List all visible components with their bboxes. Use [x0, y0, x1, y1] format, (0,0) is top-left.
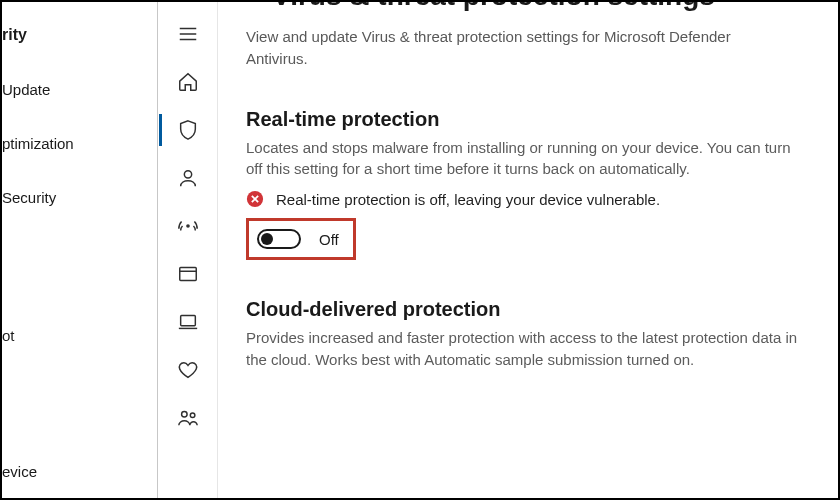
home-icon[interactable] [159, 58, 217, 106]
menu-icon[interactable] [159, 10, 217, 58]
sidebar-spacer [2, 56, 157, 68]
toggle-knob [261, 233, 273, 245]
page-subtitle: View and update Virus & threat protectio… [246, 26, 766, 70]
sidebar-spacer [2, 218, 157, 314]
svg-rect-3 [180, 316, 195, 326]
realtime-warning-row: Real-time protection is off, leaving you… [246, 190, 806, 208]
svg-rect-2 [179, 268, 196, 281]
sidebar-spacer [2, 110, 157, 122]
cloud-description: Provides increased and faster protection… [246, 327, 806, 371]
sidebar-item-optimization[interactable]: ptimization [2, 122, 157, 164]
security-icon-rail [158, 2, 218, 498]
content-area: Virus & threat protection settings View … [218, 2, 838, 498]
section-cloud-protection: Cloud-delivered protection Provides incr… [246, 298, 806, 371]
page-title-text: Virus & threat protection settings [272, 2, 715, 11]
laptop-icon[interactable] [159, 298, 217, 346]
sidebar-item-security-header[interactable]: rity [2, 14, 157, 56]
svg-point-0 [184, 171, 191, 178]
realtime-warning-text: Real-time protection is off, leaving you… [276, 191, 660, 208]
realtime-description: Locates and stops malware from installin… [246, 137, 806, 181]
sidebar-item-update[interactable]: Update [2, 68, 157, 110]
realtime-heading: Real-time protection [246, 108, 806, 131]
sidebar-item-device[interactable]: evice [2, 450, 37, 492]
sidebar-item-windows-security[interactable]: Security [2, 176, 157, 218]
settings-sidebar-partial: rity Update ptimization Security ot evic… [2, 2, 158, 498]
svg-point-5 [190, 413, 195, 418]
family-icon[interactable] [159, 394, 217, 442]
window-root: rity Update ptimization Security ot evic… [0, 0, 840, 500]
person-icon[interactable] [159, 154, 217, 202]
realtime-toggle-label: Off [319, 231, 339, 248]
heart-icon[interactable] [159, 346, 217, 394]
cloud-heading: Cloud-delivered protection [246, 298, 806, 321]
window-icon[interactable] [159, 250, 217, 298]
section-realtime-protection: Real-time protection Locates and stops m… [246, 108, 806, 261]
sidebar-item-troubleshoot[interactable]: ot [2, 314, 157, 356]
realtime-toggle[interactable] [257, 229, 301, 249]
wifi-icon[interactable] [159, 202, 217, 250]
error-icon [246, 190, 264, 208]
realtime-toggle-callout: Off [246, 218, 356, 260]
svg-point-1 [186, 224, 190, 228]
sidebar-spacer [2, 164, 157, 176]
page-title: Virus & threat protection settings [246, 2, 814, 12]
svg-point-4 [181, 412, 187, 418]
shield-icon[interactable] [159, 106, 217, 154]
